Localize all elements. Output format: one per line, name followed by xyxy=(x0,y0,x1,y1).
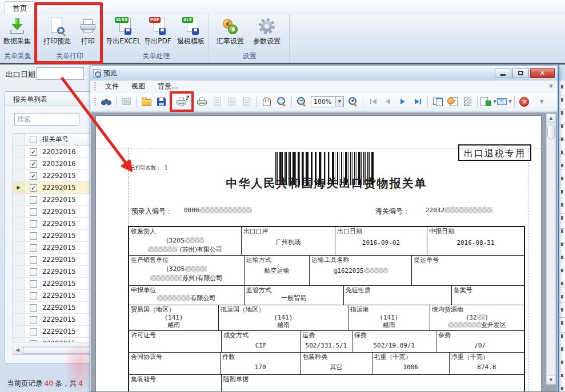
row-checkbox[interactable] xyxy=(30,196,37,204)
row-checkbox[interactable]: ✓ xyxy=(30,160,37,168)
declaration-row[interactable]: 22292015 xyxy=(13,302,95,314)
shrink-page-button[interactable] xyxy=(240,95,254,108)
menu-file[interactable]: 文件 xyxy=(99,80,125,92)
select-all-checkbox[interactable] xyxy=(30,136,37,143)
print-dialog-button[interactable]: ? xyxy=(175,95,189,108)
scrollbar-thumb[interactable] xyxy=(23,347,94,354)
menu-background[interactable]: 背景... xyxy=(151,80,184,92)
preview-title-bar[interactable]: 预览 × xyxy=(90,66,558,80)
row-checkbox[interactable] xyxy=(30,232,37,240)
export-pdf-button[interactable]: PDF 导出PDF xyxy=(142,16,174,46)
scroll-left-icon[interactable]: ◀ xyxy=(13,346,22,354)
declaration-row[interactable]: 22292015 xyxy=(13,290,95,302)
zoom-in-button[interactable]: + xyxy=(346,95,360,108)
row-checkbox[interactable] xyxy=(30,304,37,312)
page-setup-button[interactable] xyxy=(225,95,239,108)
close-button[interactable]: × xyxy=(530,68,555,78)
export-excel-button[interactable]: XLSX 导出EXCEL xyxy=(105,16,142,46)
row-checkbox[interactable]: ✓ xyxy=(30,184,37,192)
toolbar-overflow-icon[interactable]: ▼ xyxy=(540,99,544,104)
pan-button[interactable] xyxy=(260,95,274,108)
declaration-row[interactable]: ▶✓22292015 xyxy=(13,182,95,194)
row-checkbox[interactable]: ✓ xyxy=(30,148,37,156)
print-preview-button[interactable]: 打印预览 xyxy=(39,16,75,46)
scroll-up-icon[interactable]: ▲ xyxy=(547,114,555,123)
minimize-button[interactable] xyxy=(495,68,511,78)
row-selector[interactable] xyxy=(13,170,25,181)
zoom-level-combobox[interactable]: 100% ▼ xyxy=(311,96,344,107)
search-input[interactable] xyxy=(14,113,79,126)
find-button[interactable] xyxy=(99,95,113,108)
row-selector[interactable] xyxy=(13,326,25,337)
declaration-row[interactable]: 22292015 xyxy=(13,278,95,290)
maximize-button[interactable] xyxy=(512,68,529,78)
horizontal-scrollbar[interactable]: ◀ xyxy=(13,346,95,355)
row-selector[interactable] xyxy=(13,302,25,313)
menu-grip-handle[interactable] xyxy=(94,82,96,90)
quick-print-button[interactable] xyxy=(195,95,209,108)
row-selector[interactable] xyxy=(13,158,25,169)
scroll-down-icon[interactable]: ▼ xyxy=(547,375,555,384)
send-email-button[interactable]: ▼ xyxy=(497,95,511,108)
toolbar-grip-handle[interactable] xyxy=(94,98,96,106)
row-checkbox[interactable] xyxy=(30,268,37,276)
row-checkbox[interactable] xyxy=(30,280,37,288)
declaration-row[interactable]: 22292015 xyxy=(13,254,95,266)
row-selector[interactable] xyxy=(13,146,25,157)
row-checkbox[interactable] xyxy=(30,220,37,228)
customize-grid-button[interactable] xyxy=(119,95,133,108)
row-checkbox[interactable] xyxy=(30,208,37,216)
data-collect-button[interactable]: 数据采集 xyxy=(0,16,34,46)
row-checkbox[interactable] xyxy=(30,328,37,336)
row-checkbox[interactable] xyxy=(30,340,37,343)
declaration-row[interactable]: 22292015 xyxy=(13,266,95,278)
open-button[interactable] xyxy=(139,95,153,108)
page-width-button[interactable] xyxy=(210,95,224,108)
declaration-row[interactable]: 22292015 xyxy=(13,206,95,218)
row-selector[interactable] xyxy=(13,230,25,241)
exit-preview-button[interactable]: × xyxy=(518,95,531,108)
row-selector[interactable] xyxy=(13,194,25,205)
menu-overflow-icon[interactable]: ▼ xyxy=(549,83,553,89)
selected-row-marker[interactable]: ▶ xyxy=(13,182,25,193)
row-selector[interactable] xyxy=(13,242,25,253)
row-selector[interactable] xyxy=(13,314,25,325)
row-checkbox[interactable]: ✓ xyxy=(30,172,37,180)
menu-view[interactable]: 视图 xyxy=(125,80,151,92)
parameter-settings-button[interactable]: 参数设置 xyxy=(249,16,285,46)
row-checkbox[interactable] xyxy=(30,316,37,324)
declaration-row[interactable]: 22292015 xyxy=(13,326,95,338)
export-date-input[interactable] xyxy=(37,67,84,80)
last-page-button[interactable] xyxy=(411,95,424,108)
save-button[interactable] xyxy=(154,95,168,108)
declaration-row[interactable]: 22292015 xyxy=(13,338,95,342)
tab-home[interactable]: 首页 xyxy=(5,1,35,15)
row-selector[interactable] xyxy=(13,278,25,289)
row-selector[interactable] xyxy=(13,290,25,301)
tax-template-button[interactable]: XLS 退税模板 xyxy=(174,16,208,46)
scrollbar-thumb[interactable] xyxy=(547,124,555,139)
combo-dropdown-icon[interactable]: ▼ xyxy=(335,97,343,107)
declaration-row[interactable]: ✓22032016 xyxy=(13,146,95,158)
declaration-row[interactable]: 22292015 xyxy=(13,314,95,326)
vertical-scrollbar[interactable]: ▲ ▼ xyxy=(546,114,556,385)
row-selector[interactable] xyxy=(13,254,25,265)
declaration-row[interactable]: ✓22292015 xyxy=(13,170,95,182)
row-selector[interactable] xyxy=(13,218,25,229)
print-button[interactable]: 打印 xyxy=(75,16,101,46)
multiple-pages-button[interactable] xyxy=(431,95,444,108)
zoom-out-button[interactable]: − xyxy=(295,95,308,108)
previous-page-button[interactable] xyxy=(381,95,395,108)
row-selector[interactable] xyxy=(13,338,25,342)
zoom-tool-button[interactable] xyxy=(275,95,288,108)
declaration-row[interactable]: 22292015 xyxy=(13,242,95,254)
row-checkbox[interactable] xyxy=(30,256,37,264)
first-page-button[interactable] xyxy=(366,95,380,108)
row-selector[interactable] xyxy=(13,206,25,217)
exchange-rate-button[interactable]: €$ 汇率设置 xyxy=(212,16,249,46)
export-document-button[interactable]: ▼ xyxy=(480,95,496,108)
declaration-row[interactable]: 22292015 xyxy=(13,230,95,242)
next-page-button[interactable] xyxy=(396,95,410,108)
watermark-button[interactable] xyxy=(460,95,474,108)
row-selector[interactable] xyxy=(13,266,25,277)
